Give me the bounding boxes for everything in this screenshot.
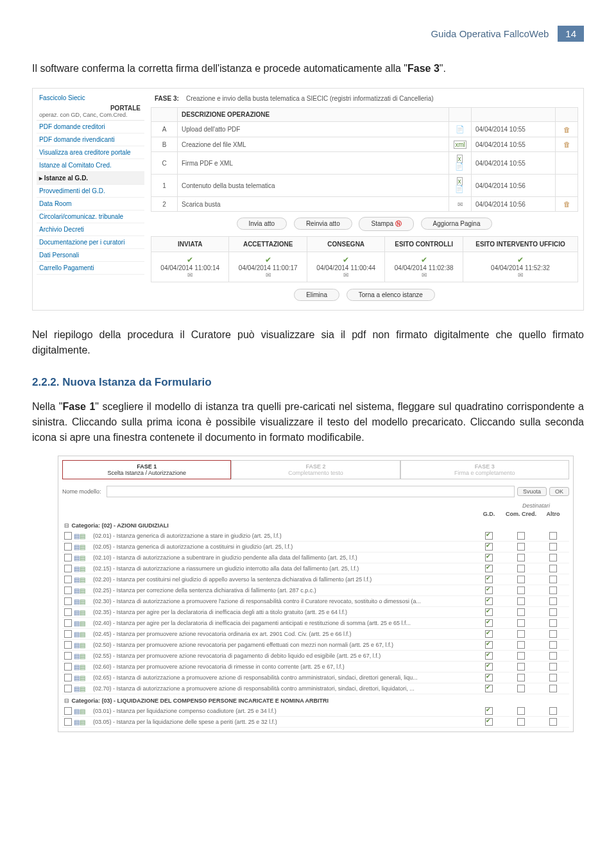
edit-icon[interactable]: ▤: [80, 631, 85, 638]
sidebar-item[interactable]: Data Room: [37, 198, 144, 210]
comcred-checkbox[interactable]: [517, 532, 525, 540]
select-checkbox[interactable]: [64, 543, 72, 551]
sidebar-item[interactable]: Documentazione per i curatori: [37, 236, 144, 249]
phase-tab[interactable]: FASE 1Scelta Istanza / Autorizzazione: [62, 460, 231, 479]
sidebar-item[interactable]: ▸ Istanze al G.D.: [37, 172, 144, 185]
view-icon[interactable]: ▤: [74, 719, 80, 726]
comcred-checkbox[interactable]: [517, 619, 525, 627]
altro-checkbox[interactable]: [549, 707, 557, 715]
edit-icon[interactable]: ▤: [80, 663, 85, 671]
select-checkbox[interactable]: [64, 565, 72, 572]
altro-checkbox[interactable]: [549, 685, 557, 692]
comcred-checkbox[interactable]: [517, 597, 525, 605]
altro-checkbox[interactable]: [549, 576, 557, 583]
sidebar-item[interactable]: Dati Personali: [37, 249, 144, 262]
view-icon[interactable]: ▤: [74, 598, 80, 605]
comcred-checkbox[interactable]: [517, 565, 525, 572]
view-icon[interactable]: ▤: [74, 642, 80, 649]
gd-checkbox[interactable]: [485, 641, 493, 649]
comcred-checkbox[interactable]: [517, 608, 525, 616]
select-checkbox[interactable]: [64, 718, 72, 726]
select-checkbox[interactable]: [64, 674, 72, 681]
view-icon[interactable]: ▤: [74, 653, 80, 660]
edit-icon[interactable]: ▤: [80, 565, 85, 572]
envelope-icon[interactable]: ✉: [388, 271, 459, 278]
aggiorna-pagina-button[interactable]: Aggiorna Pagina: [421, 218, 493, 230]
altro-checkbox[interactable]: [549, 674, 557, 681]
phase-tab[interactable]: FASE 3Firma e completamento: [400, 460, 569, 479]
view-icon[interactable]: ▤: [74, 685, 80, 692]
stampa-button[interactable]: Stampa Ⓝ: [359, 217, 413, 231]
view-icon[interactable]: ▤: [74, 663, 80, 671]
gd-checkbox[interactable]: [485, 576, 493, 583]
gd-checkbox[interactable]: [485, 707, 493, 715]
edit-icon[interactable]: ▤: [80, 719, 85, 726]
gd-checkbox[interactable]: [485, 663, 493, 671]
select-checkbox[interactable]: [64, 641, 72, 649]
edit-icon[interactable]: ▤: [80, 685, 85, 692]
gd-checkbox[interactable]: [485, 543, 493, 551]
altro-checkbox[interactable]: [549, 554, 557, 561]
comcred-checkbox[interactable]: [517, 543, 525, 551]
view-icon[interactable]: ▤: [74, 631, 80, 638]
category-02[interactable]: ⊟ Categoria: (02) - AZIONI GIUDIZIALI: [62, 519, 569, 531]
edit-icon[interactable]: ▤: [80, 609, 85, 616]
edit-icon[interactable]: ▤: [80, 674, 85, 681]
view-icon[interactable]: ▤: [74, 708, 80, 715]
comcred-checkbox[interactable]: [517, 554, 525, 561]
comcred-checkbox[interactable]: [517, 718, 525, 726]
altro-checkbox[interactable]: [549, 532, 557, 540]
envelope-icon[interactable]: ✉: [154, 271, 226, 278]
select-checkbox[interactable]: [64, 608, 72, 616]
edit-icon[interactable]: ▤: [80, 533, 85, 540]
phase-tab[interactable]: FASE 2Completamento testo: [231, 460, 400, 479]
edit-icon[interactable]: ▤: [80, 587, 85, 594]
altro-checkbox[interactable]: [549, 630, 557, 638]
edit-icon[interactable]: ▤: [80, 653, 85, 660]
view-icon[interactable]: ▤: [74, 587, 80, 594]
gd-checkbox[interactable]: [485, 674, 493, 681]
search-input[interactable]: [107, 486, 515, 497]
comcred-checkbox[interactable]: [517, 674, 525, 681]
sidebar-item[interactable]: PDF domande rivendicanti: [37, 133, 144, 146]
gd-checkbox[interactable]: [485, 597, 493, 605]
sidebar-item[interactable]: Archivio Decreti: [37, 223, 144, 236]
envelope-icon[interactable]: ✉: [466, 271, 575, 278]
invia-atto-button[interactable]: Invia atto: [237, 218, 287, 230]
select-checkbox[interactable]: [64, 576, 72, 583]
view-icon[interactable]: ▤: [74, 674, 80, 681]
sidebar-item[interactable]: Istanze al Comitato Cred.: [37, 159, 144, 172]
altro-checkbox[interactable]: [549, 718, 557, 726]
select-checkbox[interactable]: [64, 652, 72, 660]
gd-checkbox[interactable]: [485, 630, 493, 638]
envelope-icon[interactable]: ✉: [232, 271, 304, 278]
sidebar-item[interactable]: PDF domande creditori: [37, 121, 144, 133]
sidebar-item[interactable]: Provvedimenti del G.D.: [37, 185, 144, 198]
sidebar-fascicolo[interactable]: Fascicolo Siecic: [37, 92, 144, 103]
comcred-checkbox[interactable]: [517, 576, 525, 583]
gd-checkbox[interactable]: [485, 685, 493, 692]
comcred-checkbox[interactable]: [517, 586, 525, 594]
comcred-checkbox[interactable]: [517, 685, 525, 692]
trash-icon[interactable]: 🗑: [563, 126, 570, 133]
select-checkbox[interactable]: [64, 597, 72, 605]
select-checkbox[interactable]: [64, 630, 72, 638]
category-03[interactable]: ⊟ Categoria: (03) - LIQUIDAZIONE DEL COM…: [62, 694, 569, 706]
reinvia-atto-button[interactable]: Reinvia atto: [294, 218, 352, 230]
select-checkbox[interactable]: [64, 663, 72, 671]
envelope-icon[interactable]: ✉: [310, 271, 382, 278]
gd-checkbox[interactable]: [485, 619, 493, 627]
gd-checkbox[interactable]: [485, 565, 493, 572]
view-icon[interactable]: ▤: [74, 576, 80, 583]
comcred-checkbox[interactable]: [517, 630, 525, 638]
altro-checkbox[interactable]: [549, 543, 557, 551]
edit-icon[interactable]: ▤: [80, 708, 85, 715]
altro-checkbox[interactable]: [549, 663, 557, 671]
altro-checkbox[interactable]: [549, 652, 557, 660]
edit-icon[interactable]: ▤: [80, 554, 85, 561]
sidebar-item[interactable]: Visualizza area creditore portale: [37, 146, 144, 159]
gd-checkbox[interactable]: [485, 554, 493, 561]
edit-icon[interactable]: ▤: [80, 576, 85, 583]
comcred-checkbox[interactable]: [517, 652, 525, 660]
edit-icon[interactable]: ▤: [80, 620, 85, 627]
